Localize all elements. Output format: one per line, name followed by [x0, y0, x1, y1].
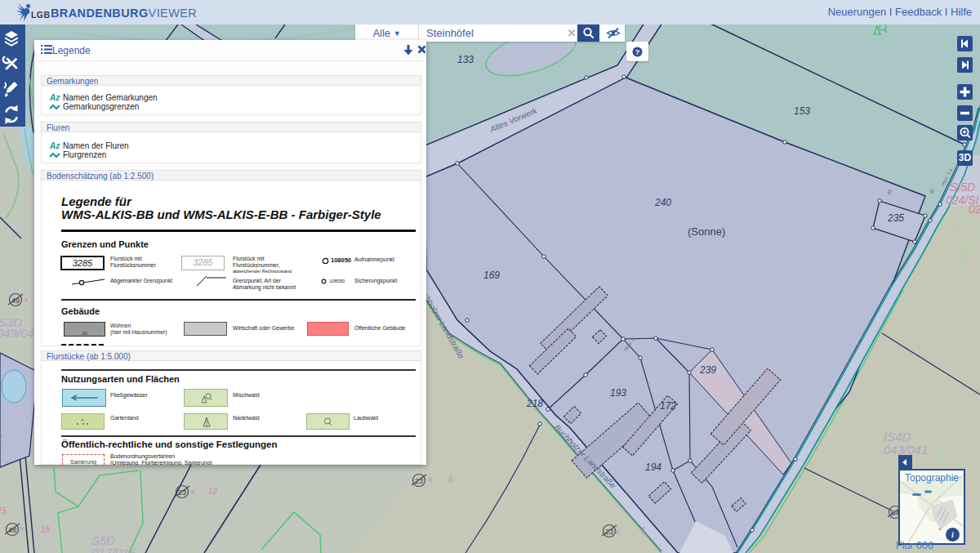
svg-text:218: 218: [526, 398, 543, 409]
svg-text:×: ×: [615, 528, 620, 537]
svg-text:133: 133: [457, 54, 474, 65]
svg-text:169: 169: [483, 270, 500, 281]
svg-text:23: 23: [605, 528, 613, 536]
svg-text:IS4D: IS4D: [884, 430, 911, 444]
svg-text:017/015: 017/015: [91, 546, 136, 553]
svg-text:194: 194: [645, 462, 662, 473]
svg-text:49: 49: [11, 297, 20, 305]
svg-text:02: 02: [969, 203, 980, 216]
svg-text:239: 239: [699, 364, 716, 376]
svg-text:153: 153: [794, 105, 810, 117]
svg-text:23: 23: [178, 488, 186, 497]
svg-text:×: ×: [428, 475, 433, 484]
svg-text:(Sonne): (Sonne): [688, 225, 725, 238]
svg-text:?: ?: [635, 47, 640, 56]
svg-text:15: 15: [0, 506, 7, 515]
svg-text:235: 235: [887, 212, 904, 224]
svg-text:240: 240: [654, 197, 671, 208]
svg-text:193: 193: [610, 387, 626, 399]
svg-text:6: 6: [448, 475, 453, 484]
svg-text:172: 172: [660, 400, 676, 412]
svg-text:23: 23: [415, 477, 423, 485]
svg-text:×: ×: [24, 296, 29, 305]
svg-text:SI5D: SI5D: [950, 181, 975, 194]
svg-text:48: 48: [8, 526, 16, 534]
svg-text:12: 12: [208, 487, 218, 496]
svg-text:×: ×: [190, 488, 195, 497]
svg-text:×: ×: [20, 524, 24, 533]
svg-text:1: 1: [641, 526, 646, 535]
svg-text:2: 2: [0, 433, 2, 442]
svg-text:15: 15: [41, 525, 51, 534]
